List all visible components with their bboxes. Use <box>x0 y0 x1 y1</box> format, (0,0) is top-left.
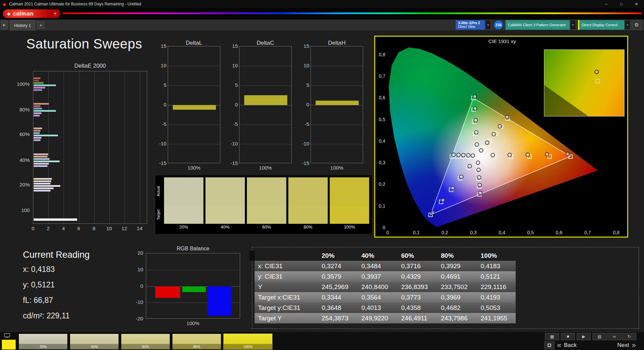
axis-tick-label: 0,7 <box>375 73 385 79</box>
pattern-generator-dropdown-button[interactable]: ▼ <box>570 20 576 30</box>
target-point-icon <box>596 79 600 83</box>
axis-tick-label: 0 <box>375 225 385 230</box>
table-cell: 229,1116 <box>476 283 516 291</box>
column-header: 40% <box>357 252 396 259</box>
rgb-ylabels: 20100-10-20 <box>132 253 144 319</box>
stop-icon[interactable]: ■ <box>561 333 575 340</box>
chart-title: DeltaH <box>311 40 363 46</box>
table-row: Y245,2969240,8400236,8393233,7502229,111… <box>255 282 516 292</box>
delta-bar <box>244 95 287 105</box>
table-cell: 0,4682 <box>436 304 476 312</box>
luminance-badge[interactable]: 236 <box>494 20 503 30</box>
deltae-bar <box>34 156 47 158</box>
table-cell: 243,7986 <box>436 315 476 322</box>
calman-menu-button[interactable]: ◆ calman ▼ <box>3 9 61 18</box>
deltae-bar <box>34 110 56 112</box>
column-header: 80% <box>436 252 476 259</box>
axis-tick-label: 0 <box>131 283 143 289</box>
deltae-bar <box>34 153 48 155</box>
minimize-button[interactable]: – <box>599 0 614 8</box>
deltae-ylabels: 100%80%60%40%20%100 <box>7 71 31 224</box>
table-row: x: CIE310,32740,34840,37160,39290,4183 <box>255 261 516 271</box>
axis-label: 100% <box>146 320 240 326</box>
swatch-label: 60% <box>247 224 286 230</box>
cie-chart: CIE 1931 xy 00,10,20,30,40,50,60,70,8 00… <box>374 36 628 238</box>
pattern-swatch-button[interactable]: 100% <box>223 334 272 350</box>
reading-value: y: 0,5121 <box>23 280 90 289</box>
pattern-swatch-button[interactable]: 80% <box>172 334 221 350</box>
axis-tick-label: 0,4 <box>375 138 385 144</box>
table-row: y: CIE310,35790,39370,43290,46910,5121 <box>255 271 516 282</box>
refresh-icon[interactable]: ↻ <box>622 333 636 340</box>
row-label: Target x:CIE31 <box>255 294 317 301</box>
table-cell: 0,4358 <box>396 304 436 312</box>
back-label: Back <box>564 342 577 349</box>
report-icon[interactable]: ▤ <box>592 333 607 340</box>
tab-history-1[interactable]: History 1 <box>10 20 35 31</box>
deltae-bar <box>34 178 52 180</box>
axis-tick-label: 10 <box>131 267 143 272</box>
display-icon <box>4 333 10 337</box>
history-panel-toggle[interactable]: ▶ <box>1 21 8 29</box>
gridline <box>239 85 291 86</box>
pattern-swatch-button[interactable]: 40% <box>70 334 119 350</box>
gear-icon[interactable]: ⚙ <box>632 20 641 30</box>
link-icon[interactable]: ∞ <box>607 333 621 340</box>
table-cell: 249,9220 <box>357 315 396 322</box>
display-control-dropdown-button[interactable]: ▼ <box>624 20 631 30</box>
delta-bar <box>316 101 359 105</box>
measured-point <box>431 211 435 214</box>
axis-tick-label: -10 <box>226 141 238 146</box>
axis-label: 100% <box>239 165 292 171</box>
next-button[interactable]: Next » <box>599 341 636 350</box>
meter-dropdown-button[interactable]: ▼ <box>485 20 491 30</box>
gridline <box>168 144 220 144</box>
row-label: y: CIE31 <box>255 273 317 280</box>
axis-tick-label: 0,2 <box>375 181 385 187</box>
chevron-down-icon[interactable]: ▼ <box>52 11 58 17</box>
blue-bar <box>207 286 231 316</box>
axis-tick-label: 10 <box>297 63 309 68</box>
add-tab-button[interactable]: + <box>37 22 44 29</box>
pattern-swatch-button[interactable]: 60% <box>121 334 170 350</box>
actual-swatch <box>247 177 286 205</box>
delta-bar <box>173 105 216 110</box>
measured-point <box>471 154 475 158</box>
rgb-balance-chart: RGB Balance 20100-10-20 100% <box>132 246 240 326</box>
gridline <box>109 71 110 223</box>
close-button[interactable]: ✕ <box>629 0 644 8</box>
swatch-label: 20% <box>164 224 203 230</box>
play-icon[interactable]: ▶ <box>577 333 591 340</box>
pattern-window-button[interactable] <box>544 341 554 349</box>
display-control-selector[interactable]: Direct Display Control <box>578 20 624 30</box>
deltae-bar <box>34 84 56 86</box>
swatch-label: 80% <box>288 224 328 230</box>
meter-selector[interactable]: X-Rite i1Pro 2 Direct View <box>455 20 485 30</box>
measured-point-icon <box>594 70 599 74</box>
table-cell: 0,3274 <box>317 262 357 270</box>
deltae-bar <box>34 165 47 167</box>
pattern-generator-selector[interactable]: CalMAN Client 3 Pattern Generator <box>505 20 570 30</box>
table-cell: 0,4691 <box>436 273 476 280</box>
table-cell: 0,3969 <box>436 294 476 301</box>
gridline <box>239 105 291 105</box>
table-row: Target Y254,3873249,9220246,4911243,7986… <box>255 313 516 323</box>
target-swatch <box>164 205 203 224</box>
target-swatch <box>288 205 328 224</box>
target-swatch <box>205 205 245 224</box>
swatch-label: 100% <box>330 224 369 230</box>
screen-icon[interactable]: ▦ <box>545 333 559 340</box>
maximize-button[interactable]: □ <box>614 0 629 8</box>
table-header-row: 20%40%60%80%100% <box>255 251 516 261</box>
double-chevron-left-icon: « <box>557 342 561 349</box>
measured-point <box>478 191 482 195</box>
table-cell: 240,8400 <box>357 283 396 291</box>
table-row: Target y:CIE310,36480,40130,43580,46820,… <box>255 303 516 313</box>
axis-tick-label: 100% <box>7 81 30 87</box>
deltae-bar <box>34 135 58 136</box>
back-button[interactable]: « Back <box>557 341 595 350</box>
table-cell: 0,3564 <box>357 294 396 301</box>
pattern-swatch-button[interactable]: 20% <box>19 334 68 350</box>
measured-point <box>474 118 478 122</box>
cie-inset <box>544 49 624 116</box>
